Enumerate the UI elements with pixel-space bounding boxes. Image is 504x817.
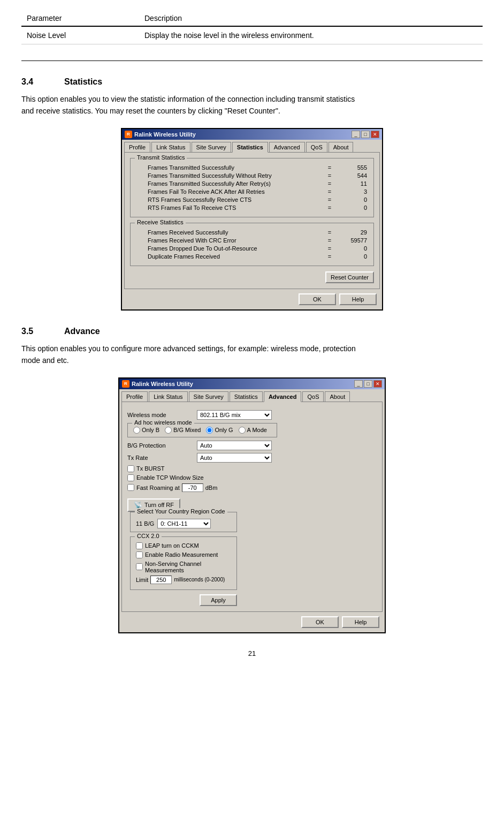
radio-only-b[interactable]: Only B — [133, 427, 159, 434]
apply-button[interactable]: Apply — [200, 594, 237, 606]
stat-row-1: Frames Transmitted Successfully Without … — [137, 172, 367, 179]
country-region-group: Select Your Country Region Code 11 B/G 0… — [130, 512, 237, 532]
ccx-radio-meas-label: Enable Radio Measurement — [145, 551, 218, 558]
statistics-ok-button[interactable]: OK — [299, 293, 336, 305]
tx-burst-checkbox[interactable] — [127, 465, 134, 472]
adv-tab-statistics[interactable]: Statistics — [230, 391, 263, 402]
adv-tab-qos[interactable]: QoS — [302, 391, 324, 402]
tab-statistics[interactable]: Statistics — [232, 142, 268, 153]
advanced-dialog: R Ralink Wireless Utility _ □ ✕ Profile … — [118, 377, 386, 633]
desc-cell: Display the noise level in the wireless … — [139, 26, 483, 44]
minimize-button[interactable]: _ — [352, 131, 360, 138]
statistics-tabs: Profile Link Status Site Survey Statisti… — [122, 140, 382, 152]
apply-section: Apply — [130, 594, 237, 606]
adv-maximize-button[interactable]: □ — [364, 380, 372, 388]
parameter-table: Parameter Description Noise Level Displa… — [21, 11, 483, 44]
statistics-titlebar: R Ralink Wireless Utility _ □ ✕ — [122, 129, 382, 140]
country-row: 11 B/G 0: CH1-11 — [136, 519, 231, 528]
section-35-text: This option enables you to configure mor… — [21, 343, 483, 367]
adv-tab-site-survey[interactable]: Site Survey — [189, 391, 228, 402]
recv-row-1: Frames Received With CRC Error = 59577 — [137, 237, 367, 244]
close-button[interactable]: ✕ — [371, 131, 379, 138]
tx-burst-row: Tx BURST — [127, 465, 277, 472]
advanced-help-button[interactable]: Help — [342, 616, 379, 628]
stat-row-0: Frames Transmitted Successfully = 555 — [137, 164, 367, 171]
country-code-select[interactable]: 0: CH1-11 — [157, 519, 211, 528]
recv-row-3: Duplicate Frames Received = 0 — [137, 253, 367, 260]
stat-row-5: RTS Frames Fail To Receive CTS = 0 — [137, 205, 367, 211]
section-35-title: Advance — [64, 327, 100, 336]
adhoc-radio-row: Only B B/G Mixed Only G A Mode — [133, 427, 271, 434]
adv-tab-profile[interactable]: Profile — [121, 391, 148, 402]
ccx-label: CCX 2.0 — [135, 533, 162, 539]
adv-tab-link-status[interactable]: Link Status — [149, 391, 187, 402]
tx-burst-label: Tx BURST — [136, 465, 165, 472]
ccx-leap-label: LEAP turn on CCKM — [145, 542, 199, 549]
ccx-non-serving-checkbox[interactable] — [136, 563, 143, 570]
adhoc-label: Ad hoc wireless mode — [132, 419, 194, 426]
tx-rate-label: Tx Rate — [127, 455, 197, 461]
stat-row-3: Frames Fail To Receive ACK After All Ret… — [137, 188, 367, 195]
maximize-button[interactable]: □ — [361, 131, 370, 138]
tx-rate-row: Tx Rate Auto — [127, 453, 277, 463]
adv-ralink-icon: R — [122, 380, 129, 388]
section-34-text: This option enables you to view the stat… — [21, 93, 483, 117]
section-34-title: Statistics — [64, 77, 102, 87]
radio-only-g[interactable]: Only G — [206, 427, 233, 434]
ccx-leap-row: LEAP turn on CCKM — [136, 542, 231, 549]
advanced-left-panel: Wireless mode 802.11 B/G mix Ad hoc wire… — [127, 407, 277, 512]
bg-protection-row: B/G Protection Auto — [127, 441, 277, 450]
divider — [21, 60, 483, 61]
adv-tab-advanced[interactable]: Advanced — [264, 391, 302, 402]
tab-qos[interactable]: QoS — [306, 142, 327, 152]
advanced-ok-button[interactable]: OK — [301, 616, 339, 628]
reset-counter-button[interactable]: Reset Counter — [325, 271, 374, 283]
adv-tab-about[interactable]: About — [325, 391, 350, 402]
country-band: 11 B/G — [136, 520, 154, 527]
fast-roaming-row: Fast Roaming at dBm — [127, 483, 277, 492]
limit-unit: milliseconds (0-2000) — [174, 577, 225, 583]
adv-minimize-button[interactable]: _ — [354, 380, 363, 388]
ccx-non-serving-label: Non-Serving Channel Measurements — [145, 561, 231, 573]
tab-link-status[interactable]: Link Status — [151, 142, 190, 152]
statistics-dialog: R Ralink Wireless Utility _ □ ✕ Profile … — [121, 128, 383, 311]
fast-roaming-checkbox[interactable] — [127, 484, 134, 491]
col-description: Description — [139, 11, 483, 26]
ralink-icon: R — [125, 131, 132, 138]
fast-roaming-unit: dBm — [205, 485, 218, 491]
section-35-number: 3.5 — [21, 327, 54, 336]
transmit-label: Transmit Statistics — [135, 154, 187, 161]
limit-label: Limit — [136, 577, 148, 583]
advanced-titlebar: R Ralink Wireless Utility _ □ ✕ — [119, 379, 385, 389]
advanced-footer: OK Help — [119, 614, 385, 632]
statistics-dialog-title: Ralink Wireless Utility — [134, 131, 196, 138]
fast-roaming-input[interactable] — [182, 483, 203, 492]
advanced-dialog-wrapper: R Ralink Wireless Utility _ □ ✕ Profile … — [21, 377, 483, 633]
section-34-heading: 3.4 Statistics — [21, 77, 483, 87]
tx-rate-select[interactable]: Auto — [197, 453, 272, 463]
page-number: 21 — [21, 649, 483, 657]
statistics-dialog-wrapper: R Ralink Wireless Utility _ □ ✕ Profile … — [21, 128, 483, 311]
wireless-mode-row: Wireless mode 802.11 B/G mix — [127, 410, 277, 420]
fast-roaming-label: Fast Roaming at — [136, 485, 180, 491]
ccx-leap-checkbox[interactable] — [136, 542, 143, 549]
adv-close-button[interactable]: ✕ — [373, 380, 382, 388]
tcp-window-checkbox[interactable] — [127, 474, 134, 481]
tab-advanced[interactable]: Advanced — [269, 142, 305, 152]
limit-input[interactable] — [150, 576, 172, 584]
receive-label: Receive Statistics — [135, 219, 186, 225]
tab-profile[interactable]: Profile — [124, 142, 150, 152]
wireless-mode-select[interactable]: 802.11 B/G mix — [197, 410, 272, 420]
radio-a-mode[interactable]: A Mode — [239, 427, 267, 434]
statistics-help-button[interactable]: Help — [339, 293, 377, 305]
recv-row-0: Frames Received Successfully = 29 — [137, 229, 367, 236]
bg-protection-select[interactable]: Auto — [197, 441, 272, 450]
tab-about[interactable]: About — [329, 142, 354, 152]
radio-bg-mixed[interactable]: B/G Mixed — [165, 427, 201, 434]
ccx-radio-meas-checkbox[interactable] — [136, 551, 143, 558]
tab-site-survey[interactable]: Site Survey — [192, 142, 231, 152]
country-region-label: Select Your Country Region Code — [135, 508, 227, 515]
stat-row-2: Frames Transmitted Successfully After Re… — [137, 180, 367, 187]
statistics-footer: OK Help — [122, 291, 382, 309]
advanced-tabs: Profile Link Status Site Survey Statisti… — [119, 389, 385, 402]
